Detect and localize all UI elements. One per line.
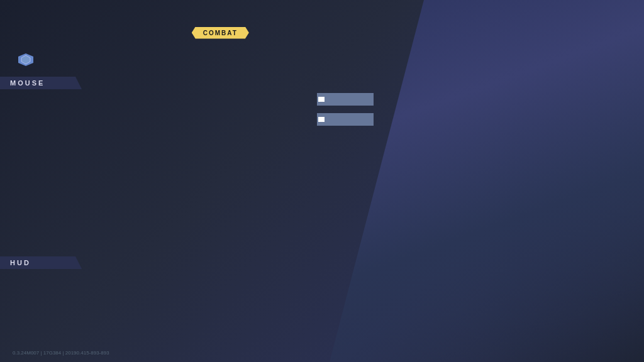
mouse-section-header: MOUSE	[0, 77, 82, 89]
svg-marker-0	[21, 55, 30, 64]
tab-combat[interactable]: COMBAT	[192, 27, 249, 39]
version-text: 0.3.24M007 | 17G384 | 20190.415-893-893	[13, 350, 109, 356]
mouse-v-sens-bar[interactable]	[317, 113, 374, 126]
mouse-h-sens-bar[interactable]	[317, 93, 374, 106]
hud-section-header: HUD	[0, 256, 82, 269]
background	[0, 0, 644, 362]
main-container: SETTINGS DISPLAY AUDIO KEYBOARD CONTROLL…	[0, 0, 644, 362]
